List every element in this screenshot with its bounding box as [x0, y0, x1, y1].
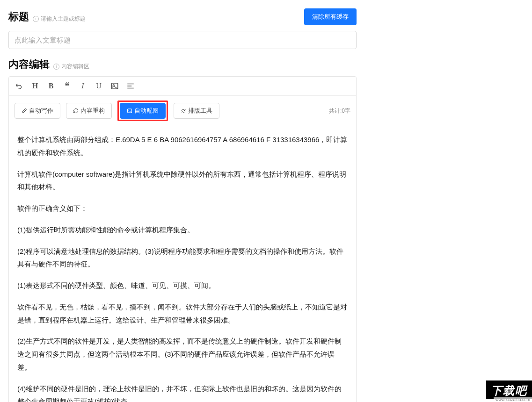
tools-icon: [181, 108, 186, 114]
bold-icon[interactable]: B: [46, 81, 56, 91]
image-icon[interactable]: [110, 81, 119, 91]
restructure-label: 内容重构: [80, 107, 105, 115]
align-left-icon[interactable]: [126, 81, 135, 91]
pencil-icon: [22, 108, 27, 114]
paragraph: (2)程序可以满意地处理信息的数据结构。(3)说明程序功能要求和程序需要的文档的…: [17, 245, 348, 271]
word-count: 共计:0字: [329, 107, 350, 115]
auto-write-button[interactable]: 自动写作: [15, 103, 60, 119]
title-hint-text: 请输入主题或标题: [41, 15, 86, 23]
action-toolbar: 自动写作 内容重构 自动配图 排版工具 共计:0字: [9, 96, 356, 126]
quote-icon[interactable]: ❝: [62, 81, 72, 91]
paragraph: 计算机软件(computer software)是指计算机系统中除硬件以外的所有…: [17, 168, 348, 194]
picture-icon: [127, 108, 132, 114]
auto-image-button[interactable]: 自动配图: [120, 103, 166, 119]
refresh-icon: [73, 108, 79, 114]
paragraph: 软件看不见，无色，枯燥，看不见，摸不到，闻不到。软件大部分存在于人们的头脑或纸上…: [17, 301, 348, 327]
info-icon: i: [53, 64, 59, 70]
clear-cache-button[interactable]: 清除所有缓存: [304, 8, 357, 25]
auto-image-label: 自动配图: [134, 107, 159, 115]
paragraph: (2)生产方式不同的软件是开发，是人类智能的高发挥，而不是传统意义上的硬件制造。…: [17, 335, 348, 373]
format-toolbar: H B ❝ I U: [9, 77, 356, 96]
watermark: 下载吧: [486, 380, 532, 399]
title-section-header: 标题 i 请输入主题或标题 清除所有缓存: [8, 8, 357, 25]
italic-icon[interactable]: I: [78, 81, 87, 91]
highlight-auto-image: 自动配图: [117, 100, 168, 121]
article-title-input[interactable]: [8, 31, 357, 49]
content-section-label: 内容编辑: [8, 57, 50, 72]
auto-write-label: 自动写作: [29, 107, 53, 115]
paragraph: 整个计算机系统由两部分组成：E.69DA 5 E 6 BA 9062616964…: [17, 133, 348, 159]
title-label-wrap: 标题 i 请输入主题或标题: [8, 10, 86, 24]
paragraph: 软件的正确含义如下：: [17, 202, 348, 215]
paragraph: (4)维护不同的硬件是旧的，理论上软件是旧的，并不坏，但实际上软件也是旧的和坏的…: [17, 382, 348, 402]
watermark-url: www.xiazaiba.com: [494, 397, 532, 402]
content-hint-text: 内容编辑区: [61, 63, 89, 71]
title-hint: i 请输入主题或标题: [33, 15, 86, 23]
editor-body[interactable]: 整个计算机系统由两部分组成：E.69DA 5 E 6 BA 9062616964…: [9, 126, 356, 402]
content-hint: i 内容编辑区: [53, 63, 89, 71]
info-icon: i: [33, 16, 39, 22]
layout-tool-label: 排版工具: [188, 107, 212, 115]
paragraph: (1)提供运行时所需功能和性能的命令或计算机程序集合。: [17, 223, 348, 237]
main-column: 标题 i 请输入主题或标题 清除所有缓存 内容编辑 i 内容编辑区 H B ❝ …: [0, 0, 365, 402]
restructure-button[interactable]: 内容重构: [66, 103, 112, 119]
underline-icon[interactable]: U: [94, 81, 103, 91]
editor-container: H B ❝ I U 自动写作 内容重构 自动配图: [8, 76, 357, 402]
heading-icon[interactable]: H: [30, 81, 40, 91]
title-section-label: 标题: [8, 10, 29, 24]
paragraph: (1)表达形式不同的硬件类型、颜色、味道、可见、可摸、可闻。: [17, 279, 348, 292]
undo-icon[interactable]: [15, 81, 24, 91]
content-section-header: 内容编辑 i 内容编辑区: [8, 57, 357, 72]
layout-tool-button[interactable]: 排版工具: [174, 103, 219, 119]
